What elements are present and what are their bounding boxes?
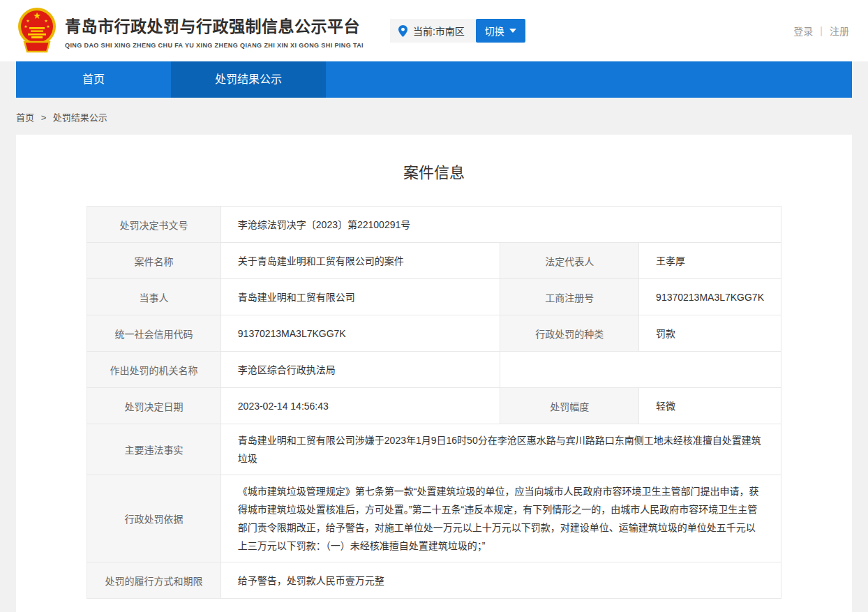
table-row: 行政处罚依据 《城市建筑垃圾管理规定》第七条第一款“处置建筑垃圾的单位，应当向城…	[87, 475, 781, 562]
case-info-table: 处罚决定书文号 李沧综法罚决字〔2023〕第22100291号 案件名称 关于青…	[87, 206, 781, 599]
field-label-penalty-type: 行政处罚的种类	[500, 315, 639, 352]
current-location-label: 当前:市南区	[413, 24, 465, 38]
field-label-credit-code: 统一社会信用代码	[87, 315, 221, 352]
field-label-party: 当事人	[87, 279, 221, 315]
site-header: ★ ★ ★ ★ ★ 青岛市行政处罚与行政强制信息公示平台 QING DAO SH…	[0, 0, 868, 61]
field-label-penalty-extent: 处罚幅度	[500, 388, 639, 424]
field-value-business-reg-no: 91370213MA3L7KGG7K	[639, 279, 781, 315]
field-value-fulfillment: 给予警告，处罚款人民币壹万元整	[220, 562, 781, 599]
login-link[interactable]: 登录	[793, 24, 813, 38]
table-row: 当事人 青岛建业明和工贸有限公司 工商注册号 91370213MA3L7KGG7…	[87, 279, 781, 315]
auth-divider: |	[820, 25, 823, 36]
field-value-penalty-type: 罚款	[639, 315, 781, 352]
table-row: 处罚决定书文号 李沧综法罚决字〔2023〕第22100291号	[87, 207, 781, 243]
case-info-card: 案件信息 处罚决定书文号 李沧综法罚决字〔2023〕第22100291号 案件名…	[16, 135, 852, 612]
chevron-down-icon	[509, 29, 516, 33]
field-label-business-reg-no: 工商注册号	[500, 279, 639, 315]
field-value-legal-rep: 王孝厚	[639, 243, 781, 279]
site-title: 青岛市行政处罚与行政强制信息公示平台	[65, 13, 364, 37]
breadcrumb-separator: >	[41, 112, 47, 123]
breadcrumb-home-link[interactable]: 首页	[16, 112, 34, 123]
table-row: 作出处罚的机关名称 李沧区综合行政执法局	[87, 352, 781, 388]
field-value-party: 青岛建业明和工贸有限公司	[220, 279, 500, 315]
empty-cell	[500, 352, 781, 388]
auth-links: 登录 | 注册	[793, 24, 849, 38]
field-value-penalty-extent: 轻微	[639, 388, 781, 424]
field-label-case-name: 案件名称	[87, 243, 221, 279]
svg-text:★: ★	[33, 10, 41, 21]
table-row: 处罚的履行方式和期限 给予警告，处罚款人民币壹万元整	[87, 562, 781, 599]
page-title: 案件信息	[16, 160, 852, 182]
table-row: 处罚决定日期 2023-02-14 14:56:43 处罚幅度 轻微	[87, 388, 781, 424]
svg-text:★: ★	[46, 24, 50, 29]
site-subtitle: QING DAO SHI XING ZHENG CHU FA YU XING Z…	[65, 42, 364, 49]
svg-text:★: ★	[26, 19, 29, 23]
field-label-penalty-basis: 行政处罚依据	[87, 475, 221, 562]
table-row: 统一社会信用代码 91370213MA3L7KGG7K 行政处罚的种类 罚款	[87, 315, 781, 352]
field-value-penalty-basis: 《城市建筑垃圾管理规定》第七条第一款“处置建筑垃圾的单位，应当向城市人民政府市容…	[220, 475, 781, 562]
field-value-credit-code: 91370213MA3L7KGG7K	[220, 315, 500, 352]
national-emblem-logo: ★ ★ ★ ★ ★	[17, 7, 57, 54]
field-label-authority: 作出处罚的机关名称	[87, 352, 221, 388]
site-brand: 青岛市行政处罚与行政强制信息公示平台 QING DAO SHI XING ZHE…	[65, 13, 364, 49]
table-row: 主要违法事实 青岛建业明和工贸有限公司涉嫌于2023年1月9日16时50分在李沧…	[87, 424, 781, 475]
switch-district-label: 切换	[485, 24, 504, 38]
field-value-decision-date: 2023-02-14 14:56:43	[220, 388, 500, 424]
field-label-decision-doc-no: 处罚决定书文号	[87, 207, 221, 243]
main-nav: 首页 处罚结果公示	[16, 61, 852, 98]
field-value-illegal-facts: 青岛建业明和工贸有限公司涉嫌于2023年1月9日16时50分在李沧区惠水路与宾川…	[220, 424, 781, 475]
register-link[interactable]: 注册	[830, 24, 849, 38]
location-widget: 当前:市南区 切换	[390, 19, 525, 43]
switch-district-button[interactable]: 切换	[476, 19, 525, 43]
svg-text:★: ★	[24, 24, 27, 29]
breadcrumb: 首页 > 处罚结果公示	[16, 98, 852, 135]
field-label-legal-rep: 法定代表人	[500, 243, 639, 279]
nav-tab-home[interactable]: 首页	[16, 61, 171, 98]
field-label-decision-date: 处罚决定日期	[87, 388, 221, 424]
svg-text:★: ★	[44, 19, 47, 23]
field-label-fulfillment: 处罚的履行方式和期限	[87, 562, 221, 599]
field-value-case-name: 关于青岛建业明和工贸有限公司的案件	[220, 243, 500, 279]
main-nav-wrap: 首页 处罚结果公示	[0, 61, 868, 98]
table-row: 案件名称 关于青岛建业明和工贸有限公司的案件 法定代表人 王孝厚	[87, 243, 781, 279]
location-pin-icon	[398, 25, 407, 37]
current-location-box: 当前:市南区	[390, 19, 476, 43]
nav-tab-penalty-results[interactable]: 处罚结果公示	[171, 61, 326, 98]
breadcrumb-current-page: 处罚结果公示	[53, 112, 107, 123]
field-label-illegal-facts: 主要违法事实	[87, 424, 221, 475]
field-value-authority: 李沧区综合行政执法局	[220, 352, 500, 388]
field-value-decision-doc-no: 李沧综法罚决字〔2023〕第22100291号	[220, 207, 781, 243]
